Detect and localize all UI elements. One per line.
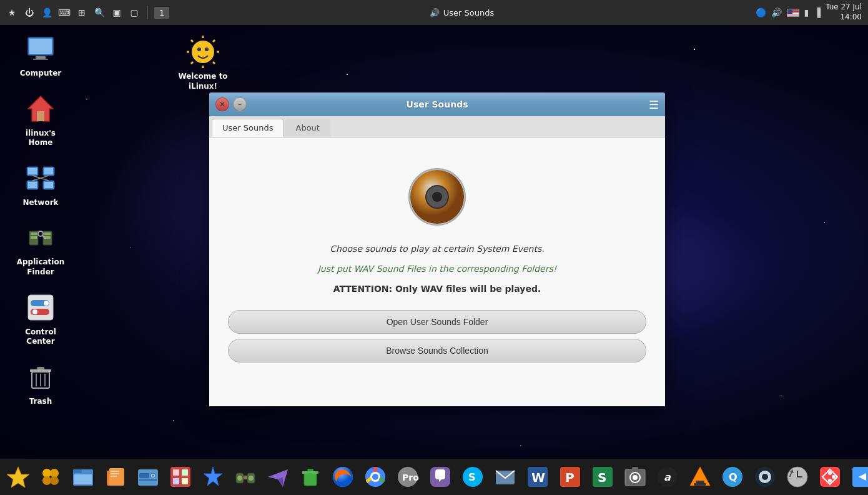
window-content: ♫ Choose sounds to play at certain Syste… (209, 138, 665, 406)
svg-rect-3 (33, 59, 48, 60)
svg-rect-19 (31, 232, 37, 235)
computer-icon (23, 31, 58, 66)
dock-firefox-icon[interactable] (327, 461, 358, 492)
welcome-label: Welcome to iLinux! (178, 72, 227, 91)
svg-line-47 (191, 62, 193, 64)
clock[interactable]: Tue 27 Jul 14:00 (826, 2, 862, 22)
window-menu-button[interactable]: ☰ (649, 98, 659, 111)
desktop-icon-appfinder[interactable]: Application Finder (12, 220, 69, 277)
sound-icon-container: ♫ (400, 156, 475, 234)
trash-icon (23, 359, 58, 394)
svg-point-120 (762, 474, 768, 480)
window-title: User Sounds (407, 99, 468, 109)
window-icon[interactable]: ▣ (110, 6, 124, 19)
language-flag[interactable] (787, 9, 799, 17)
workspace-button[interactable]: 1 (154, 7, 169, 19)
user-icon[interactable]: 👤 (40, 6, 54, 19)
dock-files-icon[interactable] (100, 461, 131, 492)
welcome-svg (185, 34, 220, 69)
dock-ppt-icon[interactable]: P (555, 461, 586, 492)
user-sounds-window: ✕ – User Sounds ☰ User Sounds About (209, 92, 665, 406)
svg-point-37 (192, 41, 214, 63)
tab-about[interactable]: About (285, 119, 330, 137)
dock-paint-icon[interactable] (165, 461, 196, 492)
svg-text:a: a (664, 471, 671, 483)
dock-anote-icon[interactable]: a (652, 461, 683, 492)
desktop-icon-welcome[interactable]: Welcome to iLinux! (172, 34, 234, 91)
window-close-button[interactable]: ✕ (215, 98, 229, 111)
dock-bubbles-icon[interactable] (35, 461, 66, 492)
dock-star-icon[interactable] (2, 461, 34, 492)
svg-point-124 (828, 471, 832, 475)
svg-rect-110 (632, 467, 638, 471)
bluetooth-icon[interactable]: 🔵 (756, 8, 766, 18)
svg-point-24 (38, 231, 43, 236)
desktop-icon-controlcenter[interactable]: Control Center (12, 290, 69, 347)
dock-proxy-icon[interactable]: Pro (392, 461, 423, 492)
open-folder-button[interactable]: Open User Sounds Folder (228, 310, 646, 334)
dock-skype-icon[interactable]: S (457, 461, 488, 492)
dock-chrome-icon[interactable] (360, 461, 391, 492)
tab-user-sounds[interactable]: User Sounds (212, 119, 284, 137)
dock-word-icon[interactable]: W (522, 461, 553, 492)
dock-trash2-icon[interactable] (295, 461, 326, 492)
home-label: ilinux's Home (12, 129, 69, 148)
controlcenter-icon (23, 290, 58, 325)
dock-mail-icon[interactable] (490, 461, 521, 492)
dock-binoculars-icon[interactable] (230, 461, 261, 492)
dock-star2-icon[interactable] (197, 461, 229, 492)
dock-capture-icon[interactable] (619, 461, 651, 492)
browse-sounds-button[interactable]: Browse Sounds Collection (228, 339, 646, 362)
svg-rect-35 (30, 369, 51, 372)
appfinder-icon (23, 220, 58, 255)
dock-settings-icon[interactable] (132, 461, 164, 492)
svg-text:P: P (565, 470, 575, 485)
svg-rect-63 (111, 471, 119, 472)
svg-point-56 (42, 476, 51, 485)
svg-marker-76 (204, 467, 222, 486)
dock-remote-icon[interactable] (847, 461, 868, 492)
desktop-icon-trash[interactable]: Trash (12, 359, 69, 407)
svg-rect-64 (111, 473, 119, 474)
home-icon (23, 91, 58, 126)
power-icon[interactable]: ⏻ (22, 6, 36, 19)
dock-vlc-icon[interactable] (684, 461, 716, 492)
svg-rect-67 (139, 473, 149, 478)
active-app-label[interactable]: 🔊 User Sounds (430, 8, 494, 18)
desktop-icon-home[interactable]: ilinux's Home (12, 91, 69, 148)
desktop-icon-computer[interactable]: Computer (12, 31, 69, 79)
svg-point-57 (50, 476, 59, 485)
taskbar-center: 🔊 User Sounds (174, 8, 749, 18)
window-minimize-button[interactable]: – (233, 98, 247, 111)
search-icon[interactable]: 🔍 (92, 6, 106, 19)
dock-git-icon[interactable] (814, 461, 846, 492)
svg-rect-20 (31, 236, 37, 239)
dock-steam-icon[interactable] (749, 461, 781, 492)
svg-rect-73 (182, 469, 188, 476)
window2-icon[interactable]: ▢ (127, 6, 141, 19)
instruction-text: Just put WAV Sound Files in the correspo… (318, 264, 557, 274)
dock-sheets-icon[interactable]: S (587, 461, 618, 492)
network-label: Network (22, 198, 58, 208)
dock-viber-icon[interactable] (425, 461, 456, 492)
battery-icon[interactable]: ▮ (804, 8, 809, 18)
dock-timeshift-icon[interactable] (782, 461, 813, 492)
grid-icon[interactable]: ⊞ (75, 6, 89, 19)
dock-paperplane-icon[interactable] (262, 461, 293, 492)
svg-point-28 (44, 301, 49, 306)
keyboard-icon[interactable]: ⌨ (57, 6, 71, 19)
app-title: User Sounds (443, 8, 494, 18)
svg-rect-9 (44, 168, 53, 174)
svg-point-81 (249, 476, 254, 481)
svg-rect-13 (44, 182, 53, 188)
computer-svg (24, 32, 57, 65)
svg-line-16 (32, 178, 41, 181)
desktop-icon-network[interactable]: Network (12, 161, 69, 208)
dock-filemanager-icon[interactable] (67, 461, 99, 492)
volume-icon[interactable]: 🔊 (771, 8, 782, 18)
trash-svg (24, 361, 57, 393)
appfinder-svg (24, 221, 57, 254)
star-icon[interactable]: ★ (5, 6, 19, 19)
dock-qbittorrent-icon[interactable]: Q (717, 461, 748, 492)
network-icon[interactable]: ▐ (814, 8, 821, 18)
